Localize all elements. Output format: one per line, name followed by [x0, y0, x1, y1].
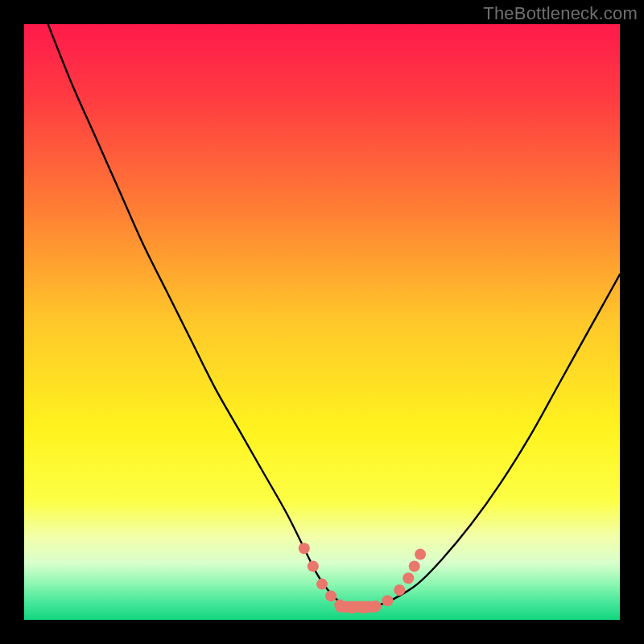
- marker-dot: [316, 579, 328, 590]
- marker-dot: [394, 584, 405, 596]
- marker-dot: [402, 572, 414, 584]
- optimal-range-markers: [299, 543, 426, 613]
- bottleneck-curve: [48, 24, 620, 608]
- plot-area: [24, 24, 620, 620]
- marker-dot: [382, 595, 393, 606]
- marker-pill: [335, 601, 380, 613]
- marker-dot: [299, 543, 310, 554]
- marker-dot: [415, 549, 426, 560]
- watermark-text: TheBottleneck.com: [483, 3, 638, 24]
- chart-canvas: TheBottleneck.com: [0, 0, 644, 644]
- marker-dot: [325, 590, 336, 601]
- marker-dot: [308, 560, 319, 572]
- marker-dot: [409, 560, 420, 572]
- curve-layer: [24, 24, 620, 620]
